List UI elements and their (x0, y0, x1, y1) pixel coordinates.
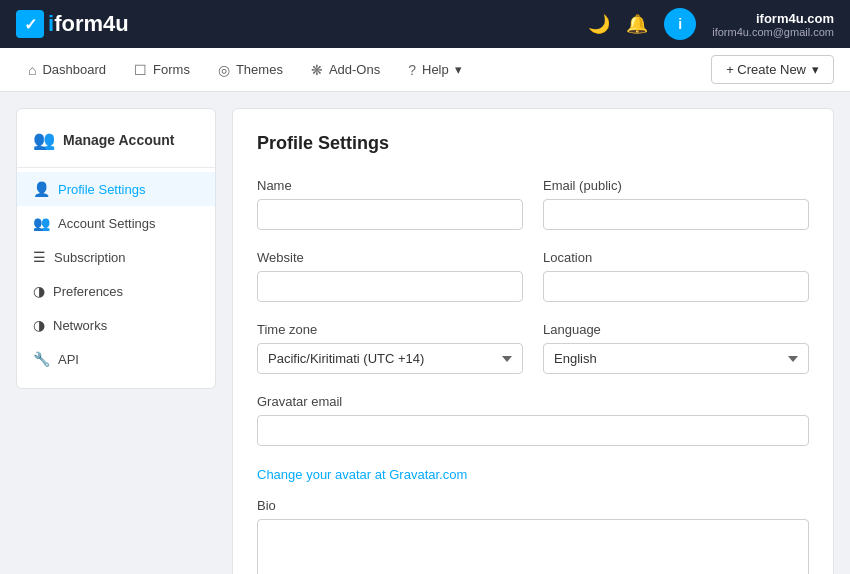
form-group-bio: Bio (257, 498, 809, 574)
sidebar-divider (17, 167, 215, 168)
account-icon: 👥 (33, 215, 50, 231)
location-label: Location (543, 250, 809, 265)
sidebar-networks-label: Networks (53, 318, 107, 333)
create-new-label: + Create New (726, 62, 806, 77)
form-group-email: Email (public) (543, 178, 809, 230)
sidebar: 👥 Manage Account 👤 Profile Settings 👥 Ac… (16, 108, 216, 389)
location-input[interactable] (543, 271, 809, 302)
create-new-button[interactable]: + Create New ▾ (711, 55, 834, 84)
bio-label: Bio (257, 498, 809, 513)
user-email: iform4u.com@gmail.com (712, 26, 834, 38)
api-icon: 🔧 (33, 351, 50, 367)
gravatar-input[interactable] (257, 415, 809, 446)
form-row-timezone-language: Time zone Pacific/Kiritimati (UTC +14) U… (257, 322, 809, 374)
nav-addons-label: Add-Ons (329, 62, 380, 77)
content-area: Profile Settings Name Email (public) Web… (232, 108, 834, 574)
profile-icon: 👤 (33, 181, 50, 197)
main-layout: 👥 Manage Account 👤 Profile Settings 👥 Ac… (0, 92, 850, 574)
form-group-gravatar: Gravatar email (257, 394, 809, 446)
topbar: ✓ iform4u 🌙 🔔 i iform4u.com iform4u.com@… (0, 0, 850, 48)
timezone-label: Time zone (257, 322, 523, 337)
nav-forms-label: Forms (153, 62, 190, 77)
user-info: iform4u.com iform4u.com@gmail.com (712, 11, 834, 38)
nav-forms[interactable]: ☐ Forms (122, 54, 202, 86)
website-label: Website (257, 250, 523, 265)
moon-icon[interactable]: 🌙 (588, 13, 610, 35)
sidebar-item-account[interactable]: 👥 Account Settings (17, 206, 215, 240)
sidebar-title: Manage Account (63, 132, 175, 148)
bell-icon[interactable]: 🔔 (626, 13, 648, 35)
page-title: Profile Settings (257, 133, 809, 154)
sidebar-api-label: API (58, 352, 79, 367)
sidebar-account-label: Account Settings (58, 216, 156, 231)
form-row-name-email: Name Email (public) (257, 178, 809, 230)
sidebar-subscription-label: Subscription (54, 250, 126, 265)
form-group-timezone: Time zone Pacific/Kiritimati (UTC +14) U… (257, 322, 523, 374)
timezone-select[interactable]: Pacific/Kiritimati (UTC +14) UTC America… (257, 343, 523, 374)
nav-items: ⌂ Dashboard ☐ Forms ◎ Themes ❋ Add-Ons ?… (16, 54, 474, 86)
form-group-website: Website (257, 250, 523, 302)
sidebar-item-subscription[interactable]: ☰ Subscription (17, 240, 215, 274)
nav-addons[interactable]: ❋ Add-Ons (299, 54, 392, 86)
sidebar-header: 👥 Manage Account (17, 121, 215, 163)
form-group-language: Language English French German Spanish J… (543, 322, 809, 374)
networks-icon: ◑ (33, 317, 45, 333)
subscription-icon: ☰ (33, 249, 46, 265)
language-label: Language (543, 322, 809, 337)
nav-dashboard-label: Dashboard (42, 62, 106, 77)
nav-themes[interactable]: ◎ Themes (206, 54, 295, 86)
email-input[interactable] (543, 199, 809, 230)
gravatar-link-wrapper: Change your avatar at Gravatar.com (257, 466, 809, 482)
website-input[interactable] (257, 271, 523, 302)
form-group-name: Name (257, 178, 523, 230)
sidebar-item-api[interactable]: 🔧 API (17, 342, 215, 376)
form-row-website-location: Website Location (257, 250, 809, 302)
nav-help-label: Help (422, 62, 449, 77)
nav-help[interactable]: ? Help ▾ (396, 54, 474, 86)
avatar[interactable]: i (664, 8, 696, 40)
nav-themes-label: Themes (236, 62, 283, 77)
nav-dashboard[interactable]: ⌂ Dashboard (16, 54, 118, 86)
email-label: Email (public) (543, 178, 809, 193)
themes-icon: ◎ (218, 62, 230, 78)
logo-icon: ✓ (16, 10, 44, 38)
logo[interactable]: ✓ iform4u (16, 10, 129, 38)
form-group-location: Location (543, 250, 809, 302)
name-input[interactable] (257, 199, 523, 230)
sidebar-preferences-label: Preferences (53, 284, 123, 299)
form-row-bio: Bio (257, 498, 809, 574)
sidebar-item-networks[interactable]: ◑ Networks (17, 308, 215, 342)
name-label: Name (257, 178, 523, 193)
gravatar-link[interactable]: Change your avatar at Gravatar.com (257, 467, 467, 482)
sidebar-profile-label: Profile Settings (58, 182, 145, 197)
username: iform4u.com (712, 11, 834, 26)
navbar: ⌂ Dashboard ☐ Forms ◎ Themes ❋ Add-Ons ?… (0, 48, 850, 92)
sidebar-item-profile[interactable]: 👤 Profile Settings (17, 172, 215, 206)
form-row-gravatar: Gravatar email (257, 394, 809, 446)
create-chevron-icon: ▾ (812, 62, 819, 77)
sidebar-item-preferences[interactable]: ◑ Preferences (17, 274, 215, 308)
help-icon: ? (408, 62, 416, 78)
logo-text: iform4u (48, 11, 129, 37)
language-select[interactable]: English French German Spanish Japanese (543, 343, 809, 374)
gravatar-label: Gravatar email (257, 394, 809, 409)
forms-icon: ☐ (134, 62, 147, 78)
topbar-right: 🌙 🔔 i iform4u.com iform4u.com@gmail.com (588, 8, 834, 40)
bio-textarea[interactable] (257, 519, 809, 574)
dashboard-icon: ⌂ (28, 62, 36, 78)
addons-icon: ❋ (311, 62, 323, 78)
manage-account-icon: 👥 (33, 129, 55, 151)
preferences-icon: ◑ (33, 283, 45, 299)
help-chevron-icon: ▾ (455, 62, 462, 77)
